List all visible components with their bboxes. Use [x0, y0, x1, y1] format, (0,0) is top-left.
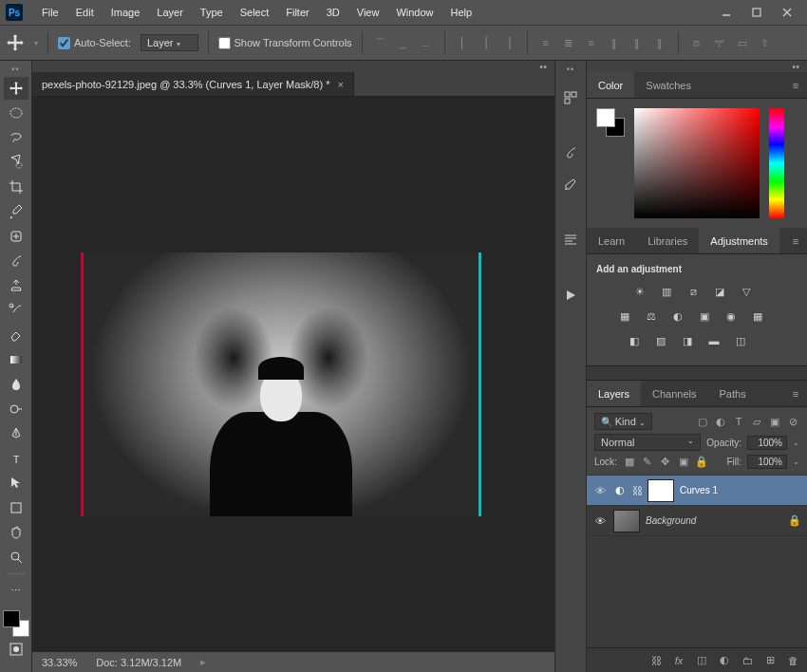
show-transform-input[interactable]	[218, 37, 231, 49]
foreground-color-swatch[interactable]	[3, 610, 20, 627]
edit-toolbar[interactable]: ⋯	[4, 579, 28, 602]
posterize-icon[interactable]: ▨	[651, 331, 670, 350]
align-bottom-icon[interactable]: ⎵	[418, 34, 435, 51]
auto-select-checkbox[interactable]: Auto-Select:	[58, 37, 131, 49]
canvas[interactable]	[32, 97, 554, 651]
healing-tool[interactable]	[4, 225, 28, 248]
menu-filter[interactable]: Filter	[278, 3, 316, 22]
invert-icon[interactable]: ◧	[625, 331, 644, 350]
dist-top-icon[interactable]: ≡	[537, 34, 554, 51]
mask-thumbnail[interactable]	[647, 479, 674, 502]
new-layer-icon[interactable]: ⊞	[763, 654, 777, 667]
share-icon[interactable]: ⇪	[757, 34, 774, 51]
move-tool[interactable]	[4, 77, 28, 100]
align-vcenter-icon[interactable]: ⎯	[395, 34, 412, 51]
hue-sat-icon[interactable]: ▦	[615, 307, 634, 326]
menu-select[interactable]: Select	[233, 3, 277, 22]
pen-tool[interactable]	[4, 422, 28, 445]
dist-left-icon[interactable]: ‖	[606, 34, 623, 51]
lock-artboard-icon[interactable]: ▣	[677, 456, 690, 469]
panel-menu-icon[interactable]: ≡	[784, 72, 807, 98]
tabstrip-collapse[interactable]: ••	[32, 61, 554, 72]
menu-3d[interactable]: 3D	[319, 3, 347, 22]
filter-pixel-icon[interactable]: ▢	[696, 415, 709, 428]
align-right-icon[interactable]: ⎥	[500, 34, 517, 51]
path-select-tool[interactable]	[4, 472, 28, 495]
filter-adjust-icon[interactable]: ◐	[714, 415, 727, 428]
panel-menu-icon[interactable]: ≡	[784, 228, 807, 253]
3d-mode-icon[interactable]: ⧈	[688, 34, 705, 51]
lasso-tool[interactable]	[4, 126, 28, 149]
layer-fx-icon[interactable]: fx	[672, 654, 685, 667]
filter-toggle-icon[interactable]: ⊘	[786, 415, 799, 428]
link-layers-icon[interactable]: ⛓	[649, 654, 663, 667]
history-panel-icon[interactable]	[560, 87, 581, 108]
channel-mixer-icon[interactable]: ◉	[722, 307, 741, 326]
type-tool[interactable]: T	[4, 447, 28, 470]
workspace-icon[interactable]: ▭	[734, 34, 751, 51]
align-hcenter-icon[interactable]: ⎪	[478, 34, 495, 51]
search-icon[interactable]: 🝖	[711, 34, 728, 51]
close-tab-button[interactable]: ×	[337, 79, 343, 90]
paths-tab[interactable]: Paths	[708, 381, 758, 406]
layer-name[interactable]: Curves 1	[680, 485, 718, 495]
move-tool-icon[interactable]	[6, 33, 25, 52]
crop-tool[interactable]	[4, 176, 28, 198]
quick-mask-tool[interactable]	[4, 638, 28, 661]
close-button[interactable]	[777, 5, 798, 20]
paragraph-panel-icon[interactable]	[560, 230, 581, 251]
align-top-icon[interactable]: ⎴	[372, 34, 389, 51]
filter-shape-icon[interactable]: ▱	[750, 415, 763, 428]
eyedropper-tool[interactable]	[4, 200, 28, 223]
delete-layer-icon[interactable]: 🗑	[786, 654, 799, 667]
lock-all-icon[interactable]: 🔒	[695, 456, 708, 469]
show-transform-checkbox[interactable]: Show Transform Controls	[218, 37, 352, 49]
auto-select-input[interactable]	[58, 37, 70, 49]
new-group-icon[interactable]: 🗀	[741, 654, 754, 667]
layers-tab[interactable]: Layers	[587, 381, 641, 406]
lock-position-icon[interactable]: ✥	[659, 456, 672, 469]
levels-icon[interactable]: ▥	[657, 282, 676, 301]
menu-view[interactable]: View	[349, 3, 387, 22]
dist-hcenter-icon[interactable]: ‖	[629, 34, 646, 51]
layer-thumbnail[interactable]	[613, 510, 640, 532]
swatches-tab[interactable]: Swatches	[634, 72, 703, 98]
lock-image-icon[interactable]: ✎	[641, 456, 654, 469]
play-panel-icon[interactable]	[560, 285, 581, 306]
hand-tool[interactable]	[4, 521, 28, 544]
doc-info[interactable]: Doc: 3.12M/3.12M	[96, 657, 181, 668]
menu-edit[interactable]: Edit	[68, 3, 102, 22]
menu-help[interactable]: Help	[443, 3, 480, 22]
gradient-tool[interactable]	[4, 348, 28, 371]
gradient-map-icon[interactable]: ▬	[704, 331, 723, 350]
brightness-icon[interactable]: ☀	[630, 282, 649, 301]
dist-right-icon[interactable]: ‖	[651, 34, 668, 51]
marquee-tool[interactable]	[4, 102, 28, 124]
collapse-handle[interactable]: ••	[558, 65, 583, 76]
visibility-toggle[interactable]: 👁	[592, 515, 608, 527]
panel-color-swatches[interactable]	[596, 108, 625, 137]
brush-panel-icon[interactable]	[560, 142, 581, 163]
minimize-button[interactable]	[716, 5, 737, 20]
dodge-tool[interactable]	[4, 398, 28, 420]
document-tab[interactable]: pexels-photo-92129.jpeg @ 33.3% (Curves …	[32, 72, 354, 96]
auto-select-target[interactable]: Layer ▾	[141, 34, 198, 51]
exposure-icon[interactable]: ◪	[710, 282, 729, 301]
bw-icon[interactable]: ◐	[668, 307, 687, 326]
layer-row[interactable]: 👁 ◐ ⛓ Curves 1	[587, 476, 807, 506]
learn-tab[interactable]: Learn	[587, 228, 636, 253]
history-brush-tool[interactable]	[4, 299, 28, 322]
filter-smart-icon[interactable]: ▣	[768, 415, 781, 428]
zoom-tool[interactable]	[4, 546, 28, 569]
fill-input[interactable]: 100%	[747, 455, 787, 469]
add-mask-icon[interactable]: ◫	[695, 654, 708, 667]
menu-file[interactable]: File	[34, 3, 66, 22]
libraries-tab[interactable]: Libraries	[636, 228, 699, 253]
color-tab[interactable]: Color	[587, 72, 634, 98]
vibrance-icon[interactable]: ▽	[737, 282, 756, 301]
eraser-tool[interactable]	[4, 324, 28, 346]
color-swatches[interactable]	[3, 610, 29, 637]
panel-fg-swatch[interactable]	[596, 108, 615, 127]
menu-layer[interactable]: Layer	[149, 3, 191, 22]
panels-collapse[interactable]: ••	[587, 61, 807, 72]
